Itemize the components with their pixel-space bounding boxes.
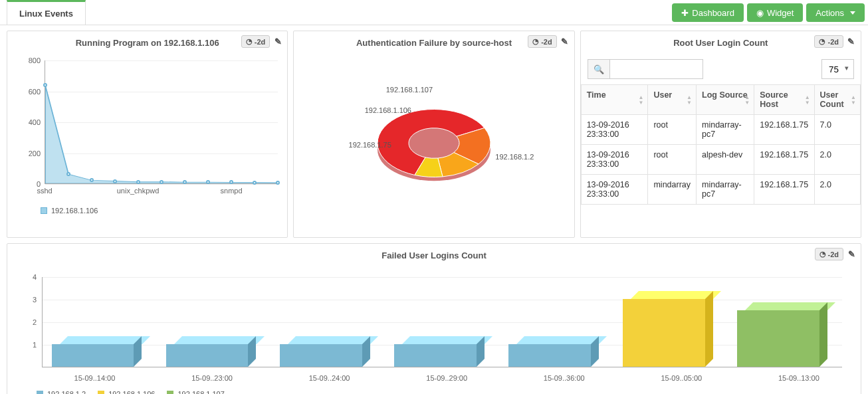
page-size-select[interactable]: 75 — [821, 59, 854, 79]
panel-root-login: Root User Login Count ◔ -2d ✎ 🔍 75 — [580, 31, 861, 238]
x-tick-label: unix_chkpwd — [117, 187, 160, 195]
cell-usercount: 2.0 — [814, 175, 860, 205]
auth-failure-chart: 192.168.1.2192.168.1.75192.168.1.106192.… — [300, 58, 567, 231]
x-tick-label: 15-09..23:00 — [191, 374, 233, 382]
col-user[interactable]: User▲▼ — [648, 85, 697, 115]
y-tick-label: 600 — [14, 88, 41, 96]
running-program-chart: sshdunix_chkpwdsnmpd 0200400600800 — [14, 58, 280, 204]
bar — [508, 344, 591, 367]
cell-usercount: 7.0 — [814, 115, 860, 145]
panel-running-program: Running Program on 192.168.1.106 ◔ -2d ✎… — [7, 31, 288, 238]
data-point — [206, 180, 210, 184]
col-sourcehost[interactable]: Source Host▲▼ — [754, 85, 814, 115]
widget-button-label: Widget — [767, 8, 794, 18]
plus-icon: ✚ — [681, 8, 689, 18]
x-tick-label: snmpd — [221, 187, 243, 195]
bar — [52, 344, 134, 367]
y-tick-label: 3 — [23, 296, 37, 304]
time-range-badge[interactable]: ◔ -2d — [814, 35, 843, 48]
data-point — [136, 180, 140, 184]
legend-swatch — [37, 391, 43, 394]
legend-swatch — [98, 391, 104, 394]
bar — [737, 310, 819, 367]
caret-down-icon — [850, 11, 855, 15]
col-time[interactable]: Time▲▼ — [581, 85, 648, 115]
edit-icon[interactable]: ✎ — [846, 249, 857, 260]
data-point — [90, 178, 94, 182]
search-button[interactable]: 🔍 — [588, 59, 610, 79]
root-login-table: Time▲▼ User▲▼ Log Source▲▼ Source Host▲▼… — [581, 84, 861, 205]
legend-label: 192.168.1.2 — [47, 390, 86, 394]
x-tick-label: 15-09..13:00 — [778, 374, 819, 382]
table-row[interactable]: 13-09-2016 23:33:00rootalpesh-dev192.168… — [581, 145, 860, 175]
time-range-badge[interactable]: ◔ -2d — [528, 35, 557, 48]
table-search: 🔍 — [588, 59, 703, 79]
data-point — [113, 179, 117, 183]
y-tick-label: 400 — [14, 118, 41, 126]
time-range-badge[interactable]: ◔ -2d — [241, 35, 271, 48]
sort-icon: ▲▼ — [744, 95, 750, 105]
clock-icon: ◔ — [246, 37, 253, 46]
cell-sourcehost: 192.168.1.75 — [754, 145, 814, 175]
edit-icon[interactable]: ✎ — [846, 37, 857, 47]
x-tick-label: 15-09..14:00 — [74, 374, 116, 382]
data-point — [160, 180, 163, 184]
cell-user: root — [648, 145, 697, 175]
data-point — [276, 181, 280, 185]
col-logsource[interactable]: Log Source▲▼ — [697, 85, 754, 115]
bar — [394, 344, 477, 367]
tab-linux-events[interactable]: Linux Events — [7, 0, 86, 25]
y-tick-label: 200 — [14, 149, 41, 157]
x-tick-label: 15-09..36:00 — [544, 374, 585, 382]
y-tick-label: 800 — [14, 56, 41, 64]
actions-button-label: Actions — [815, 8, 844, 18]
sort-icon: ▲▼ — [851, 95, 856, 105]
cell-time: 13-09-2016 23:33:00 — [581, 175, 648, 205]
actions-button[interactable]: Actions — [806, 3, 865, 22]
panel-failed-logins: Failed User Logins Count ◔ -2d ✎ 123415-… — [7, 243, 861, 394]
topbar: Linux Events ✚ Dashboard ◉ Widget Action… — [0, 0, 868, 25]
bar — [623, 299, 705, 367]
dashboard-button[interactable]: ✚ Dashboard — [672, 3, 744, 22]
dashboard-button-label: Dashboard — [692, 8, 734, 18]
y-tick-label: 4 — [23, 273, 37, 281]
legend-label: 192.168.1.107 — [177, 390, 224, 394]
y-tick-label: 2 — [23, 318, 37, 326]
cell-sourcehost: 192.168.1.75 — [754, 115, 814, 145]
cell-time: 13-09-2016 23:33:00 — [581, 145, 648, 175]
table-row[interactable]: 13-09-2016 23:33:00rootmindarray-pc7192.… — [581, 115, 860, 145]
panel-auth-failure: Authentication Failure by source-host ◔ … — [293, 31, 574, 238]
legend-item: 192.168.1.106 — [41, 207, 98, 215]
search-input[interactable] — [610, 59, 703, 79]
pie-slice-label: 192.168.1.2 — [495, 153, 534, 161]
x-tick-label: 15-09..24:00 — [309, 374, 350, 382]
cell-user: root — [648, 115, 697, 145]
data-point — [43, 83, 47, 87]
edit-icon[interactable]: ✎ — [560, 37, 570, 47]
legend-label: 192.168.1.106 — [108, 390, 155, 394]
panel-header: Authentication Failure by source-host ◔ … — [294, 31, 574, 54]
time-range-badge[interactable]: ◔ -2d — [815, 248, 844, 260]
legend-label: 192.168.1.106 — [51, 207, 98, 215]
legend-item: 192.168.1.106 — [98, 390, 155, 394]
cell-usercount: 2.0 — [814, 145, 860, 175]
panel-title: Failed User Logins Count — [381, 250, 486, 260]
cell-logsource: alpesh-dev — [697, 145, 754, 175]
clock-icon: ◔ — [532, 37, 539, 46]
pie-slice-label: 192.168.1.106 — [365, 106, 411, 114]
edit-icon[interactable]: ✎ — [272, 37, 283, 47]
table-row[interactable]: 13-09-2016 23:33:00mindarraymindarray-pc… — [581, 175, 860, 205]
pie-slice-label: 192.168.1.107 — [386, 86, 433, 94]
widget-button[interactable]: ◉ Widget — [747, 3, 803, 22]
clock-icon: ◔ — [819, 250, 826, 258]
sort-icon: ▲▼ — [639, 95, 644, 105]
pie-slice-label: 192.168.1.75 — [349, 141, 391, 149]
col-usercount[interactable]: User Count▲▼ — [814, 85, 860, 115]
search-icon: 🔍 — [594, 64, 604, 74]
panel-title: Running Program on 192.168.1.106 — [76, 38, 219, 48]
x-tick-label: 15-09..29:00 — [426, 374, 467, 382]
panel-header: Failed User Logins Count ◔ -2d ✎ — [7, 244, 861, 266]
panel-title: Root User Login Count — [673, 38, 768, 48]
data-point — [229, 180, 233, 184]
cell-sourcehost: 192.168.1.75 — [754, 175, 814, 205]
